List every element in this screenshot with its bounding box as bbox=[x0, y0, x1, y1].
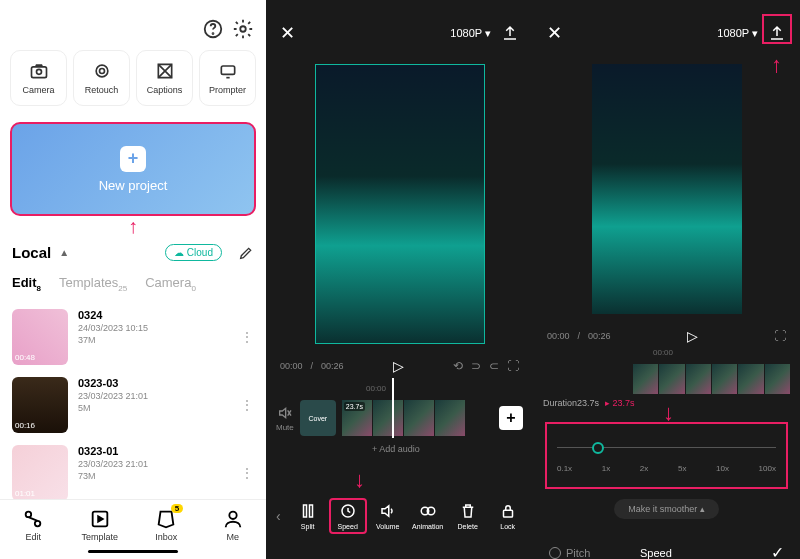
annotation-arrow: ↑ bbox=[128, 215, 138, 238]
timeline-ruler: 00:00 bbox=[276, 384, 523, 396]
edit-icon[interactable] bbox=[238, 245, 254, 261]
svg-point-11 bbox=[229, 512, 236, 519]
split-tool[interactable]: Split bbox=[289, 502, 327, 530]
annotation-highlight bbox=[762, 14, 792, 44]
confirm-icon[interactable]: ✓ bbox=[771, 543, 784, 559]
mute-button[interactable]: Mute bbox=[276, 405, 294, 432]
play-icon[interactable]: ▷ bbox=[687, 328, 698, 344]
tab-edit[interactable]: Edit8 bbox=[12, 275, 41, 293]
prompter-tool[interactable]: Prompter bbox=[199, 50, 256, 106]
timeline-clips[interactable]: 23.7s bbox=[342, 400, 493, 436]
delete-tool[interactable]: Delete bbox=[449, 502, 487, 530]
new-project-button[interactable]: + New project ↑ bbox=[10, 122, 256, 216]
camera-label: Camera bbox=[22, 85, 54, 95]
annotation-arrow: ↓ bbox=[663, 400, 674, 426]
project-item[interactable]: 00:16 0323-0323/03/2023 21:015M ⋮ bbox=[0, 371, 266, 439]
video-preview[interactable] bbox=[592, 64, 742, 314]
smoother-button[interactable]: Make it smoother ▴ bbox=[614, 499, 719, 519]
more-icon[interactable]: ⋮ bbox=[240, 397, 254, 413]
project-name: 0323-01 bbox=[78, 445, 230, 457]
close-icon[interactable]: ✕ bbox=[547, 22, 562, 44]
resolution-button[interactable]: 1080P ▾ bbox=[717, 27, 758, 40]
svg-point-5 bbox=[96, 65, 108, 77]
plus-icon: + bbox=[120, 146, 146, 172]
tab-templates[interactable]: Templates25 bbox=[59, 275, 127, 293]
resolution-button[interactable]: 1080P ▾ bbox=[450, 27, 491, 40]
settings-icon[interactable] bbox=[232, 18, 254, 40]
svg-rect-12 bbox=[303, 505, 306, 517]
cloud-button[interactable]: ☁ Cloud bbox=[165, 244, 222, 261]
svg-point-4 bbox=[36, 69, 41, 74]
time-total: 00:26 bbox=[321, 361, 344, 371]
local-title[interactable]: Local bbox=[12, 244, 51, 261]
pitch-toggle[interactable]: Pitch bbox=[549, 547, 590, 559]
help-icon[interactable] bbox=[202, 18, 224, 40]
more-icon[interactable]: ⋮ bbox=[240, 465, 254, 481]
project-name: 0323-03 bbox=[78, 377, 230, 389]
undo-icon[interactable]: ⟲ bbox=[453, 359, 463, 373]
nav-me[interactable]: Me bbox=[200, 508, 267, 542]
back-icon[interactable]: ‹ bbox=[270, 508, 287, 524]
redo2-icon[interactable]: ⊂ bbox=[489, 359, 499, 373]
radio-icon bbox=[549, 547, 561, 559]
svg-rect-17 bbox=[503, 510, 512, 517]
annotation-arrow: ↑ bbox=[771, 52, 782, 78]
timeline-clips[interactable] bbox=[533, 360, 800, 394]
timeline-ruler: 00:00 bbox=[533, 348, 800, 360]
captions-tool[interactable]: Captions bbox=[136, 50, 193, 106]
prompter-label: Prompter bbox=[209, 85, 246, 95]
slider-thumb[interactable] bbox=[592, 442, 604, 454]
svg-point-6 bbox=[99, 69, 104, 74]
time-current: 00:00 bbox=[547, 331, 570, 341]
time-current: 00:00 bbox=[280, 361, 303, 371]
video-preview[interactable] bbox=[315, 64, 485, 344]
animation-tool[interactable]: Animation bbox=[409, 502, 447, 530]
svg-rect-7 bbox=[221, 66, 234, 74]
new-project-label: New project bbox=[99, 178, 168, 193]
project-item[interactable]: 00:48 032424/03/2023 10:1537M ⋮ bbox=[0, 303, 266, 371]
nav-template[interactable]: Template bbox=[67, 508, 134, 542]
project-thumbnail: 01:01 bbox=[12, 445, 68, 499]
export-icon[interactable] bbox=[501, 24, 519, 42]
playhead[interactable] bbox=[392, 378, 394, 438]
camera-tool[interactable]: Camera bbox=[10, 50, 67, 106]
captions-label: Captions bbox=[147, 85, 183, 95]
nav-edit[interactable]: Edit bbox=[0, 508, 67, 542]
speed-slider[interactable] bbox=[557, 438, 776, 458]
retouch-label: Retouch bbox=[85, 85, 119, 95]
project-name: 0324 bbox=[78, 309, 230, 321]
inbox-badge: 5 bbox=[171, 504, 183, 513]
close-icon[interactable]: ✕ bbox=[280, 22, 295, 44]
more-icon[interactable]: ⋮ bbox=[240, 329, 254, 345]
speed-tool[interactable]: Speed bbox=[329, 498, 367, 534]
project-thumbnail: 00:16 bbox=[12, 377, 68, 433]
project-item[interactable]: 01:01 0323-0123/03/2023 21:0173M ⋮ bbox=[0, 439, 266, 499]
svg-rect-3 bbox=[31, 67, 46, 78]
fullscreen-icon[interactable]: ⛶ bbox=[774, 329, 786, 343]
home-indicator bbox=[88, 550, 178, 553]
add-audio-button[interactable]: + Add audio bbox=[276, 436, 523, 462]
fullscreen-icon[interactable]: ⛶ bbox=[507, 359, 519, 373]
add-clip-button[interactable]: + bbox=[499, 406, 523, 430]
svg-point-2 bbox=[240, 26, 246, 32]
nav-inbox[interactable]: 5Inbox bbox=[133, 508, 200, 542]
cover-button[interactable]: Cover bbox=[300, 400, 336, 436]
svg-point-9 bbox=[35, 521, 41, 527]
speed-slider-container: 0.1x 1x 2x 5x 10x 100x bbox=[545, 422, 788, 489]
annotation-arrow: ↓ bbox=[354, 467, 365, 493]
time-total: 00:26 bbox=[588, 331, 611, 341]
svg-point-1 bbox=[213, 33, 214, 34]
lock-tool[interactable]: Lock bbox=[489, 502, 527, 530]
svg-point-8 bbox=[26, 512, 32, 518]
redo-icon[interactable]: ⊃ bbox=[471, 359, 481, 373]
speed-title: Speed bbox=[640, 547, 672, 559]
retouch-tool[interactable]: Retouch bbox=[73, 50, 130, 106]
duration-label: Duration23.7s bbox=[543, 398, 599, 408]
play-icon[interactable]: ▷ bbox=[393, 358, 404, 374]
tab-camera[interactable]: Camera0 bbox=[145, 275, 196, 293]
volume-tool[interactable]: Volume bbox=[369, 502, 407, 530]
project-thumbnail: 00:48 bbox=[12, 309, 68, 365]
chevron-up-icon[interactable]: ▲ bbox=[59, 247, 69, 258]
svg-rect-13 bbox=[309, 505, 312, 517]
